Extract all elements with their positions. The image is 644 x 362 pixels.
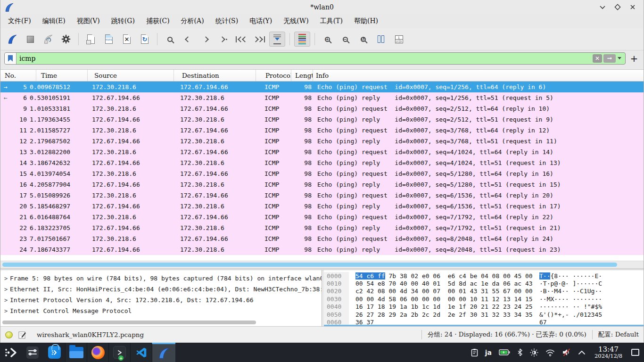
menu-item-9[interactable]: 工具(T) xyxy=(314,16,348,27)
hex-ascii[interactable]: &'()*+,- ./012345 xyxy=(539,311,602,318)
launcher-button[interactable] xyxy=(0,343,22,362)
packet-row-10[interactable]: 101.179363455172.67.194.66172.30.218.6IC… xyxy=(0,114,644,125)
taskbar-clock[interactable]: 13:47 2024/12/8 xyxy=(594,346,622,359)
multitasking-button[interactable] xyxy=(22,343,43,362)
menu-item-3[interactable]: 跳转(G) xyxy=(106,16,140,27)
menu-item-6[interactable]: 统计(S) xyxy=(210,16,244,27)
packet-row-11[interactable]: 112.011585727172.30.218.6172.67.194.66IC… xyxy=(0,125,644,136)
packet-row-14[interactable]: 143.186742632172.67.194.66172.30.218.6IC… xyxy=(0,157,644,168)
maximize-button[interactable] xyxy=(612,2,623,12)
packet-detail-line-0[interactable]: >Frame 5: 98 bytes on wire (784 bits), 9… xyxy=(0,273,322,284)
save-file-button[interactable] xyxy=(101,32,117,47)
menu-item-5[interactable]: 分析(A) xyxy=(175,16,210,27)
zoom-reset-button[interactable]: ↺ xyxy=(355,32,371,47)
packet-row-12[interactable]: 122.179687502172.67.194.66172.30.218.6IC… xyxy=(0,136,644,147)
hex-bytes[interactable]: 54 c6 ff 7b 38 02 e0 06 e6 c4 be 04 08 0… xyxy=(349,272,539,280)
taskbar-app-file-manager[interactable] xyxy=(65,343,87,362)
packet-row-6[interactable]: ←60.530105191172.67.194.66172.30.218.6IC… xyxy=(0,92,644,103)
packet-detail-line-3[interactable]: >Internet Control Message Protocol xyxy=(0,305,322,316)
column-header-time[interactable]: Time xyxy=(36,70,88,81)
packet-row-22[interactable]: 226.183223705172.67.194.66172.30.218.6IC… xyxy=(0,222,644,233)
packet-row-16[interactable]: 164.205877904172.67.194.66172.30.218.6IC… xyxy=(0,179,644,190)
app-store-button[interactable] xyxy=(43,343,65,362)
details-hscrollbar[interactable] xyxy=(0,320,322,325)
hex-ascii[interactable]: ········ ·· !"#$% xyxy=(539,303,602,310)
packet-row-23[interactable]: 237.017501667172.30.218.6172.67.194.66IC… xyxy=(0,233,644,244)
filter-apply-button[interactable]: ➞ xyxy=(603,54,616,63)
packet-row-15[interactable]: 154.013974054172.30.218.6172.67.194.66IC… xyxy=(0,168,644,179)
packet-row-9[interactable]: 91.010533181172.30.218.6172.67.194.66ICM… xyxy=(0,103,644,114)
go-back-button[interactable] xyxy=(180,32,196,47)
hex-bytes[interactable]: 16 17 18 19 1a 1b 1c 1d 1e 1f 20 21 22 2… xyxy=(349,303,539,310)
menu-item-7[interactable]: 电话(Y) xyxy=(244,16,278,27)
capture-comment-icon[interactable] xyxy=(18,331,26,339)
expand-chevron-icon[interactable]: > xyxy=(4,286,10,293)
filter-bookmark-button[interactable] xyxy=(5,53,17,64)
wifi-icon[interactable] xyxy=(545,349,555,356)
packet-list-hscrollbar[interactable] xyxy=(0,261,644,268)
go-to-packet-button[interactable] xyxy=(215,32,231,47)
column-header-info[interactable]: Info xyxy=(313,70,644,81)
layout-button[interactable]: 123 xyxy=(391,32,407,47)
auto-scroll-toggle[interactable] xyxy=(269,32,285,47)
display-filter-input[interactable] xyxy=(17,55,593,62)
packet-row-5[interactable]: →50.009678512172.30.218.6172.67.194.66IC… xyxy=(0,82,644,92)
capture-options-button[interactable] xyxy=(58,32,74,47)
taskbar-app-wireshark[interactable] xyxy=(152,343,175,362)
hex-bytes[interactable]: 26 27 28 29 2a 2b 2c 2d 2e 2f 30 31 32 3… xyxy=(349,311,539,318)
filter-clear-button[interactable]: ✕ xyxy=(593,54,602,63)
menu-item-10[interactable]: 帮助(H) xyxy=(348,16,384,27)
stop-capture-button[interactable] xyxy=(22,32,38,47)
taskbar-app-firefox[interactable] xyxy=(87,343,108,362)
reload-file-button[interactable] xyxy=(137,32,153,47)
resize-columns-button[interactable] xyxy=(373,32,389,47)
packet-row-13[interactable]: 133.012882200172.30.218.6172.67.194.66IC… xyxy=(0,147,644,157)
brightness-icon[interactable] xyxy=(530,348,538,357)
menu-item-0[interactable]: 文件(F) xyxy=(2,16,37,27)
restart-capture-button[interactable] xyxy=(40,32,56,47)
filter-add-button[interactable]: + xyxy=(628,53,640,64)
hex-ascii[interactable]: ·T·p@·@· ]······C xyxy=(539,280,602,287)
zoom-in-button[interactable]: + xyxy=(319,32,335,47)
clipboard-icon[interactable] xyxy=(471,348,478,357)
hex-row-0020[interactable]: 0020c2 42 08 00 4d 34 00 07 00 01 43 31 … xyxy=(324,288,644,295)
go-forward-button[interactable] xyxy=(198,32,214,47)
battery-icon[interactable] xyxy=(499,349,510,355)
hex-bytes[interactable]: 00 54 e8 70 40 00 40 01 5d 8d ac 1e da 0… xyxy=(349,280,539,287)
scrollbar-thumb[interactable] xyxy=(2,321,256,324)
filter-dropdown-caret[interactable] xyxy=(618,57,621,61)
packet-row-21[interactable]: 216.016488764172.30.218.6172.67.194.66IC… xyxy=(0,212,644,222)
packet-detail-line-1[interactable]: >Ethernet II, Src: HonHaiPrecis_c4:be:04… xyxy=(0,284,322,295)
expert-info-icon[interactable] xyxy=(5,331,13,338)
display-filter-field[interactable]: ✕ ➞ xyxy=(4,52,626,65)
packet-row-17[interactable]: 175.015089926172.30.218.6172.67.194.66IC… xyxy=(0,190,644,201)
bluetooth-icon[interactable] xyxy=(517,348,523,356)
column-header-destination[interactable]: Destination xyxy=(174,70,256,81)
first-packet-button[interactable] xyxy=(233,32,249,47)
hex-ascii[interactable]: ··MX···· ········ xyxy=(539,296,602,303)
hex-row-0030[interactable]: 003000 00 4d 58 06 00 00 00 00 00 10 11 … xyxy=(324,295,644,303)
hex-bytes[interactable]: c2 42 08 00 4d 34 00 07 00 01 43 31 55 6… xyxy=(349,288,539,295)
minimize-button[interactable] xyxy=(597,2,608,12)
hex-row-0050[interactable]: 005026 27 28 29 2a 2b 2c 2d 2e 2f 30 31 … xyxy=(324,311,644,318)
packet-detail-line-2[interactable]: >Internet Protocol Version 4, Src: 172.3… xyxy=(0,295,322,305)
last-packet-button[interactable] xyxy=(251,32,267,47)
packet-row-20[interactable]: 205.185468297172.67.194.66172.30.218.6IC… xyxy=(0,201,644,212)
packet-row-24[interactable]: 247.186743377172.67.194.66172.30.218.6IC… xyxy=(0,244,644,255)
hex-bytes[interactable]: 36 37 xyxy=(349,319,539,326)
expand-chevron-icon[interactable]: > xyxy=(4,275,10,282)
zoom-out-button[interactable]: − xyxy=(337,32,353,47)
colorize-toggle[interactable] xyxy=(294,32,310,47)
find-packet-button[interactable] xyxy=(162,32,178,47)
expand-chevron-icon[interactable]: > xyxy=(4,297,10,304)
hex-ascii[interactable]: 67 xyxy=(539,319,547,326)
show-desktop-button[interactable] xyxy=(631,349,639,356)
hex-ascii[interactable]: T··{8··· ······E· xyxy=(539,272,602,280)
column-header-length[interactable]: Length xyxy=(291,70,313,81)
scrollbar-thumb[interactable] xyxy=(2,263,617,267)
open-file-button[interactable] xyxy=(83,32,99,47)
menu-item-2[interactable]: 视图(V) xyxy=(71,16,106,27)
menu-item-8[interactable]: 无线(W) xyxy=(278,16,314,27)
expand-chevron-icon[interactable]: > xyxy=(4,308,10,314)
menu-item-4[interactable]: 捕获(C) xyxy=(140,16,175,27)
